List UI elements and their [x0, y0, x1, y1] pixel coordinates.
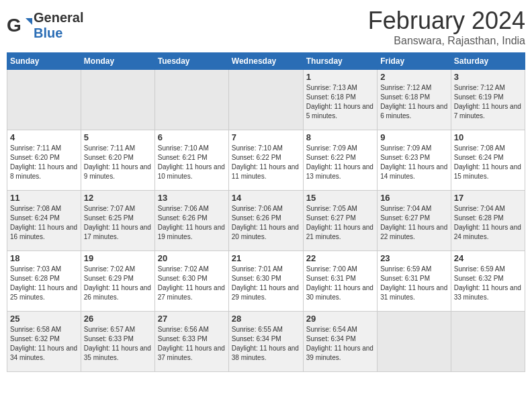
day-number: 5 [84, 132, 152, 142]
day-number: 13 [158, 193, 226, 203]
calendar-day-cell [228, 70, 303, 130]
calendar-day-header: Monday [81, 53, 154, 70]
day-info: Sunrise: 7:11 AMSunset: 6:20 PMDaylight:… [10, 144, 78, 181]
day-info: Sunrise: 7:07 AMSunset: 6:25 PMDaylight:… [84, 204, 152, 242]
title-area: February 2024 Banswara, Rajasthan, India [368, 7, 525, 47]
day-number: 2 [380, 72, 448, 82]
day-number: 3 [454, 72, 522, 82]
calendar-day-cell: 28Sunrise: 6:55 AMSunset: 6:34 PMDayligh… [228, 312, 303, 372]
calendar-day-cell: 21Sunrise: 7:01 AMSunset: 6:30 PMDayligh… [228, 251, 303, 312]
day-number: 11 [10, 193, 78, 203]
day-info: Sunrise: 7:02 AMSunset: 6:29 PMDaylight:… [84, 265, 152, 302]
day-info: Sunrise: 6:55 AMSunset: 6:34 PMDaylight:… [232, 325, 300, 363]
calendar-day-cell: 9Sunrise: 7:09 AMSunset: 6:23 PMDaylight… [378, 130, 451, 191]
day-info: Sunrise: 7:11 AMSunset: 6:20 PMDaylight:… [84, 144, 152, 181]
day-info: Sunrise: 7:00 AMSunset: 6:31 PMDaylight:… [306, 265, 374, 302]
calendar-table: SundayMondayTuesdayWednesdayThursdayFrid… [7, 52, 525, 372]
day-info: Sunrise: 7:06 AMSunset: 6:26 PMDaylight:… [232, 204, 300, 242]
day-info: Sunrise: 7:04 AMSunset: 6:28 PMDaylight:… [454, 204, 522, 242]
calendar-day-cell: 6Sunrise: 7:10 AMSunset: 6:21 PMDaylight… [154, 130, 228, 191]
calendar-day-cell: 1Sunrise: 7:13 AMSunset: 6:18 PMDaylight… [303, 70, 377, 130]
calendar-day-cell [81, 70, 154, 130]
calendar-week-row: 11Sunrise: 7:08 AMSunset: 6:24 PMDayligh… [7, 191, 525, 251]
day-number: 6 [158, 132, 226, 142]
calendar-day-cell: 24Sunrise: 6:59 AMSunset: 6:32 PMDayligh… [451, 251, 525, 312]
day-info: Sunrise: 7:08 AMSunset: 6:24 PMDaylight:… [454, 144, 522, 181]
calendar-day-header: Tuesday [154, 53, 228, 70]
calendar-day-cell: 17Sunrise: 7:04 AMSunset: 6:28 PMDayligh… [451, 191, 525, 251]
calendar-day-cell: 27Sunrise: 6:56 AMSunset: 6:33 PMDayligh… [154, 312, 228, 372]
calendar-day-cell: 23Sunrise: 6:59 AMSunset: 6:31 PMDayligh… [378, 251, 451, 312]
calendar-week-row: 4Sunrise: 7:11 AMSunset: 6:20 PMDaylight… [7, 130, 525, 191]
day-info: Sunrise: 6:58 AMSunset: 6:32 PMDaylight:… [10, 325, 78, 363]
calendar-day-header: Saturday [451, 53, 525, 70]
day-info: Sunrise: 7:09 AMSunset: 6:22 PMDaylight:… [306, 144, 374, 181]
calendar-day-header: Thursday [303, 53, 377, 70]
calendar-day-cell: 13Sunrise: 7:06 AMSunset: 6:26 PMDayligh… [154, 191, 228, 251]
day-number: 22 [306, 253, 374, 263]
calendar-day-cell: 10Sunrise: 7:08 AMSunset: 6:24 PMDayligh… [451, 130, 525, 191]
calendar-day-cell: 12Sunrise: 7:07 AMSunset: 6:25 PMDayligh… [81, 191, 154, 251]
day-info: Sunrise: 6:59 AMSunset: 6:31 PMDaylight:… [380, 265, 448, 302]
calendar-day-cell: 25Sunrise: 6:58 AMSunset: 6:32 PMDayligh… [7, 312, 81, 372]
calendar-day-cell: 18Sunrise: 7:03 AMSunset: 6:28 PMDayligh… [7, 251, 81, 312]
logo-icon: G [7, 13, 32, 38]
page-header: G General Blue February 2024 Banswara, R… [7, 7, 525, 47]
day-info: Sunrise: 7:03 AMSunset: 6:28 PMDaylight:… [10, 265, 78, 302]
day-number: 25 [10, 314, 78, 324]
day-info: Sunrise: 7:06 AMSunset: 6:26 PMDaylight:… [158, 204, 226, 242]
day-number: 24 [454, 253, 522, 263]
calendar-week-row: 1Sunrise: 7:13 AMSunset: 6:18 PMDaylight… [7, 70, 525, 130]
calendar-week-row: 18Sunrise: 7:03 AMSunset: 6:28 PMDayligh… [7, 251, 525, 312]
day-number: 8 [306, 132, 374, 142]
day-number: 27 [158, 314, 226, 324]
calendar-day-cell: 5Sunrise: 7:11 AMSunset: 6:20 PMDaylight… [81, 130, 154, 191]
day-info: Sunrise: 6:57 AMSunset: 6:33 PMDaylight:… [84, 325, 152, 363]
day-info: Sunrise: 7:10 AMSunset: 6:22 PMDaylight:… [232, 144, 300, 181]
calendar-day-cell: 20Sunrise: 7:02 AMSunset: 6:30 PMDayligh… [154, 251, 228, 312]
day-number: 14 [232, 193, 300, 203]
day-number: 29 [306, 314, 374, 324]
day-info: Sunrise: 6:59 AMSunset: 6:32 PMDaylight:… [454, 265, 522, 302]
calendar-day-cell: 3Sunrise: 7:12 AMSunset: 6:19 PMDaylight… [451, 70, 525, 130]
day-info: Sunrise: 7:04 AMSunset: 6:27 PMDaylight:… [380, 204, 448, 242]
calendar-day-cell [7, 70, 81, 130]
calendar-day-cell: 16Sunrise: 7:04 AMSunset: 6:27 PMDayligh… [378, 191, 451, 251]
subtitle: Banswara, Rajasthan, India [368, 35, 525, 47]
calendar-day-cell: 22Sunrise: 7:00 AMSunset: 6:31 PMDayligh… [303, 251, 377, 312]
day-info: Sunrise: 7:12 AMSunset: 6:18 PMDaylight:… [380, 83, 448, 121]
day-info: Sunrise: 7:09 AMSunset: 6:23 PMDaylight:… [380, 144, 448, 181]
day-info: Sunrise: 7:05 AMSunset: 6:27 PMDaylight:… [306, 204, 374, 242]
day-info: Sunrise: 6:54 AMSunset: 6:34 PMDaylight:… [306, 325, 374, 363]
logo-general: General [34, 10, 83, 25]
day-number: 26 [84, 314, 152, 324]
day-info: Sunrise: 7:01 AMSunset: 6:30 PMDaylight:… [232, 265, 300, 302]
calendar-day-cell: 4Sunrise: 7:11 AMSunset: 6:20 PMDaylight… [7, 130, 81, 191]
day-info: Sunrise: 7:02 AMSunset: 6:30 PMDaylight:… [158, 265, 226, 302]
day-number: 23 [380, 253, 448, 263]
calendar-day-cell: 29Sunrise: 6:54 AMSunset: 6:34 PMDayligh… [303, 312, 377, 372]
day-number: 28 [232, 314, 300, 324]
calendar-day-cell: 11Sunrise: 7:08 AMSunset: 6:24 PMDayligh… [7, 191, 81, 251]
day-number: 19 [84, 253, 152, 263]
day-number: 12 [84, 193, 152, 203]
calendar-day-header: Friday [378, 53, 451, 70]
day-number: 10 [454, 132, 522, 142]
day-info: Sunrise: 6:56 AMSunset: 6:33 PMDaylight:… [158, 325, 226, 363]
main-title: February 2024 [368, 7, 525, 35]
day-info: Sunrise: 7:13 AMSunset: 6:18 PMDaylight:… [306, 83, 374, 121]
svg-marker-1 [26, 18, 32, 25]
calendar-day-cell: 8Sunrise: 7:09 AMSunset: 6:22 PMDaylight… [303, 130, 377, 191]
calendar-day-header: Sunday [7, 53, 81, 70]
day-number: 9 [380, 132, 448, 142]
day-number: 7 [232, 132, 300, 142]
calendar-day-cell [451, 312, 525, 372]
calendar-day-cell: 26Sunrise: 6:57 AMSunset: 6:33 PMDayligh… [81, 312, 154, 372]
calendar-day-header: Wednesday [228, 53, 303, 70]
day-number: 20 [158, 253, 226, 263]
logo-blue: Blue [34, 26, 62, 40]
day-number: 17 [454, 193, 522, 203]
calendar-week-row: 25Sunrise: 6:58 AMSunset: 6:32 PMDayligh… [7, 312, 525, 372]
day-number: 1 [306, 72, 374, 82]
calendar-day-cell: 2Sunrise: 7:12 AMSunset: 6:18 PMDaylight… [378, 70, 451, 130]
